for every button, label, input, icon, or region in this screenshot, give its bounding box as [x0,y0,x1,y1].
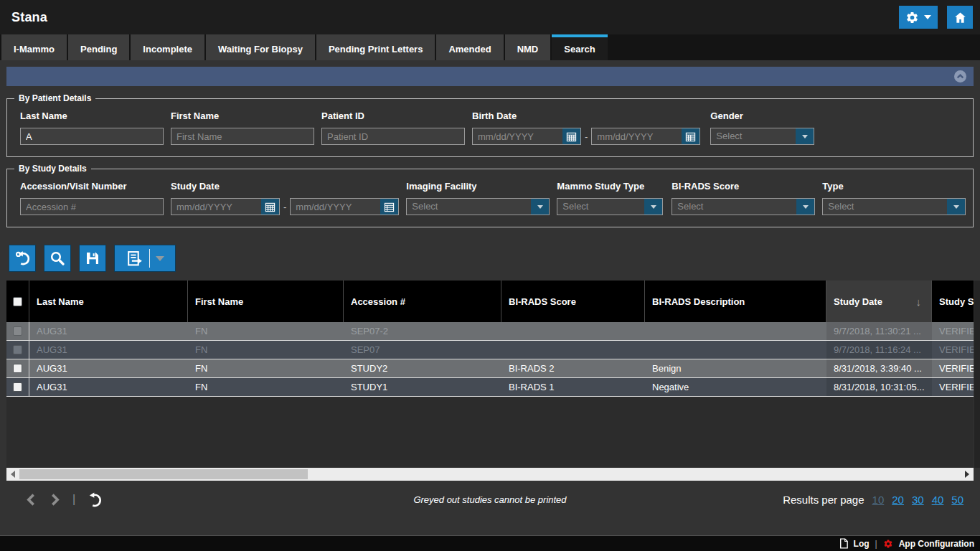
tab-nmd[interactable]: NMD [505,34,551,60]
column-header-accession[interactable]: Accession # [344,281,501,322]
cell-accession: SEP07-2 [344,322,501,340]
collapse-search-panel-button[interactable] [953,70,967,83]
tab-pending[interactable]: Pending [68,34,129,60]
home-button[interactable] [947,6,973,29]
top-bar: Stana [0,0,980,34]
first-name-input[interactable] [171,128,314,145]
type-select[interactable]: Select [822,198,966,215]
birads-score-select[interactable]: Select [672,198,815,215]
chevron-down-icon [953,205,959,209]
study-date-to-calendar-button[interactable] [380,198,399,215]
previous-page-button[interactable] [25,493,37,507]
cell-last-name: AUG31 [29,359,188,377]
app-title: Stana [11,10,47,25]
birth-date-to-input[interactable] [591,128,682,145]
mammo-study-type-select-value: Select [557,198,644,215]
row-checkbox[interactable] [13,345,22,354]
cell-birads-score: BI-RADS 2 [501,359,645,377]
calendar-icon [685,131,696,142]
column-header-study-date[interactable]: Study Date ↓ [826,281,932,322]
results-per-page-option-10[interactable]: 10 [872,494,885,506]
worklist-tabbar: I-Mammo Pending Incomplete Waiting For B… [0,34,980,60]
column-header-study-status[interactable]: Study Status [932,281,974,322]
column-header-last-name[interactable]: Last Name [29,281,188,322]
search-button[interactable] [44,245,71,272]
patient-details-fieldset: By Patient Details Last Name First Name … [6,93,974,157]
mammo-study-type-select[interactable]: Select [557,198,663,215]
birth-date-to-calendar-button[interactable] [682,128,700,145]
select-all-checkbox[interactable] [13,297,22,306]
topbar-actions [899,6,973,29]
type-dropdown-button[interactable] [947,198,966,215]
cell-last-name: AUG31 [29,322,188,340]
row-checkbox[interactable] [13,326,22,336]
refresh-results-button[interactable] [87,492,102,507]
horizontal-scrollbar [6,468,974,481]
row-checkbox-cell [6,378,29,396]
next-page-button[interactable] [49,493,61,507]
cell-study-date: 9/7/2018, 11:16:24 ... [826,341,932,359]
patient-details-legend: By Patient Details [14,93,95,103]
chevron-down-icon [651,205,656,209]
birth-date-from-calendar-button[interactable] [562,128,581,145]
patient-id-input[interactable] [321,128,465,145]
cell-birads-description: Negative [645,378,826,396]
table-row[interactable]: AUG31 FN STUDY1 BI-RADS 1 Negative 8/31/… [6,378,974,397]
tab-incomplete[interactable]: Incomplete [131,34,204,60]
app-configuration-link[interactable]: App Configuration [899,539,974,549]
column-header-first-name[interactable]: First Name [188,281,344,322]
imaging-facility-select[interactable]: Select [406,198,550,215]
results-per-page-option-30[interactable]: 30 [912,494,924,506]
gender-select-value: Select [710,128,796,145]
study-date-from-input[interactable] [171,198,261,215]
gender-select[interactable]: Select [710,128,814,145]
cell-birads-description [645,341,826,359]
reset-icon [14,250,31,267]
tab-waiting-for-biopsy[interactable]: Waiting For Biopsy [206,34,315,60]
mammo-study-type-dropdown-button[interactable] [644,198,663,215]
horizontal-scrollbar-thumb[interactable] [19,469,308,479]
tab-amended[interactable]: Amended [436,34,503,60]
gender-select-dropdown-button[interactable] [796,128,814,145]
cell-study-status: VERIFIED [932,322,974,340]
accession-input[interactable] [20,198,164,215]
row-checkbox[interactable] [13,364,22,373]
results-per-page-option-20[interactable]: 20 [892,494,904,506]
study-date-to-input[interactable] [290,198,380,215]
results-per-page-option-50[interactable]: 50 [951,494,963,506]
study-details-legend: By Study Details [14,164,91,174]
row-checkbox[interactable] [13,382,22,392]
search-panel-collapse-bar [6,67,974,86]
tab-pending-print-letters[interactable]: Pending Print Letters [316,34,435,60]
scroll-right-button[interactable] [961,468,974,481]
status-footer: Log | App Configuration [0,535,980,551]
study-date-from-calendar-button[interactable] [261,198,280,215]
save-button[interactable] [79,245,106,272]
birth-date-from-input[interactable] [472,128,562,145]
scroll-left-button[interactable] [6,468,19,481]
results-per-page-option-40[interactable]: 40 [932,494,944,506]
imaging-facility-label: Imaging Facility [406,181,550,192]
refresh-icon [87,492,102,507]
table-row[interactable]: AUG31 FN SEP07-2 9/7/2018, 11:30:21 ... … [6,322,974,341]
column-header-study-date-label: Study Date [834,296,882,307]
accession-label: Accession/Visit Number [20,181,164,192]
gender-label: Gender [710,110,814,121]
last-name-input[interactable] [20,128,164,145]
table-empty-area [6,397,974,468]
tab-i-mammo[interactable]: I-Mammo [1,34,67,60]
reset-search-button[interactable] [9,245,36,272]
table-row[interactable]: AUG31 FN STUDY2 BI-RADS 2 Benign 8/31/20… [6,359,974,378]
log-link[interactable]: Log [854,539,870,549]
column-header-birads-description[interactable]: BI-RADS Description [645,281,826,322]
gear-icon [905,11,919,24]
birads-score-dropdown-button[interactable] [796,198,815,215]
calendar-icon [384,202,395,212]
column-header-birads-score[interactable]: BI-RADS Score [501,281,645,322]
table-row[interactable]: AUG31 FN SEP07 9/7/2018, 11:16:24 ... VE… [6,341,974,359]
settings-menu-button[interactable] [899,6,938,29]
imaging-facility-dropdown-button[interactable] [531,198,550,215]
print-letters-split-button[interactable] [114,245,176,272]
vertical-scrollbar[interactable] [974,281,980,468]
tab-search[interactable]: Search [552,34,607,60]
